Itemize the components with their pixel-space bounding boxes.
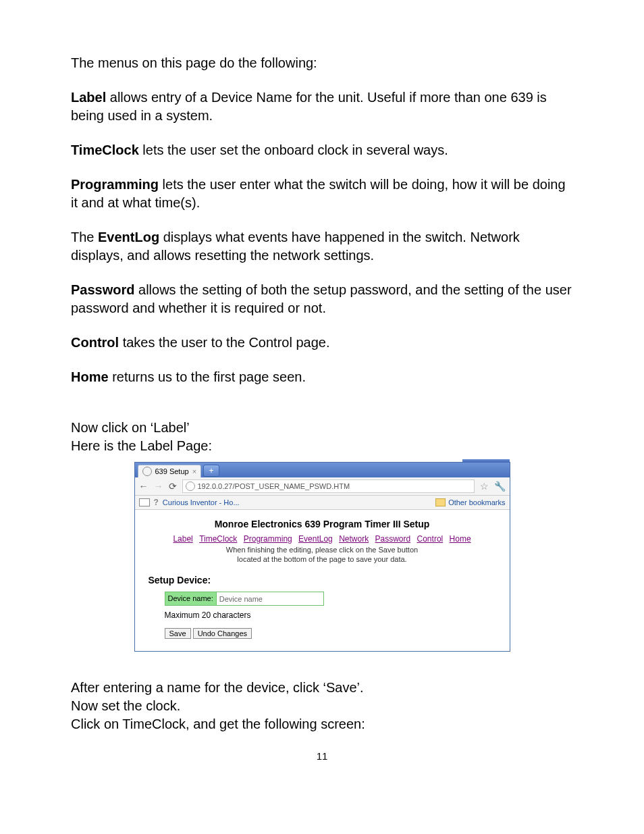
page-title: Monroe Electronics 639 Program Timer III…	[144, 518, 500, 531]
nav-eventlog[interactable]: EventLog	[298, 534, 333, 544]
bookmark-icon	[139, 498, 150, 506]
bookmarks-bar: ? Curious Inventor - Ho... Other bookmar…	[135, 496, 510, 510]
password-term: Password	[71, 282, 134, 297]
new-tab-button[interactable]: +	[203, 465, 219, 477]
section-heading: Setup Device:	[149, 574, 500, 587]
now-click-text: Now click on ‘Label’	[71, 419, 573, 437]
programming-paragraph: Programming lets the user enter what the…	[71, 176, 573, 212]
bookmark-link[interactable]: Curious Inventor - Ho...	[163, 498, 240, 508]
address-bar: ← → ⟳ 192.0.0.27/POST_USER_NAME_PSWD.HTM…	[135, 477, 510, 496]
question-icon: ?	[154, 497, 159, 508]
label-term: Label	[71, 90, 106, 105]
globe-icon	[186, 481, 195, 491]
device-name-row: Device name:	[165, 592, 500, 606]
tab-title: 639 Setup	[155, 467, 189, 477]
url-text: 192.0.0.27/POST_USER_NAME_PSWD.HTM	[198, 481, 350, 492]
tab-strip: 639 Setup × +	[135, 463, 510, 477]
after-text-3: Click on TimeClock, and get the followin…	[71, 715, 573, 733]
window-controls-decor	[462, 459, 510, 463]
nav-password[interactable]: Password	[375, 534, 411, 544]
star-icon[interactable]: ☆	[480, 480, 489, 493]
after-text-2: Now set the clock.	[71, 697, 573, 715]
control-desc: takes the user to the Control page.	[119, 335, 329, 350]
eventlog-pre: The	[71, 230, 98, 244]
other-bookmarks[interactable]: Other bookmarks	[448, 498, 505, 508]
browser-window: 639 Setup × + ← → ⟳ 192.0.0.27/POST_USER…	[134, 462, 510, 652]
password-desc: allows the setting of both the setup pas…	[71, 282, 572, 315]
nav-timeclock[interactable]: TimeClock	[199, 534, 237, 544]
sub-note: When finishing the editing, please click…	[144, 546, 500, 565]
close-icon[interactable]: ×	[192, 467, 196, 477]
nav-links: Label TimeClock Programming EventLog Net…	[144, 533, 500, 544]
intro-text: The menus on this page do the following:	[71, 54, 573, 72]
save-button[interactable]: Save	[165, 628, 191, 639]
control-term: Control	[71, 335, 119, 350]
password-paragraph: Password allows the setting of both the …	[71, 281, 573, 317]
timeclock-term: TimeClock	[71, 142, 139, 157]
home-term: Home	[71, 369, 109, 384]
wrench-icon[interactable]: 🔧	[494, 480, 506, 493]
home-desc: returns us to the first page seen.	[109, 369, 306, 384]
browser-tab[interactable]: 639 Setup ×	[138, 465, 202, 477]
device-name-label: Device name:	[165, 592, 217, 606]
device-name-input[interactable]	[217, 592, 324, 606]
undo-button[interactable]: Undo Changes	[193, 628, 252, 639]
timeclock-desc: lets the user set the onboard clock in s…	[139, 142, 448, 157]
page-number: 11	[71, 750, 573, 763]
back-icon[interactable]: ←	[139, 481, 149, 491]
timeclock-paragraph: TimeClock lets the user set the onboard …	[71, 141, 573, 159]
nav-label[interactable]: Label	[173, 534, 192, 544]
nav-network[interactable]: Network	[339, 534, 369, 544]
plus-icon: +	[209, 465, 214, 476]
nav-home[interactable]: Home	[450, 534, 471, 544]
folder-icon	[435, 498, 446, 506]
favicon-icon	[142, 467, 152, 476]
forward-icon[interactable]: →	[154, 481, 163, 491]
sub-note-line1: When finishing the editing, please click…	[226, 546, 418, 554]
after-text-1: After entering a name for the device, cl…	[71, 679, 573, 697]
home-paragraph: Home returns us to the first page seen.	[71, 368, 573, 386]
control-paragraph: Control takes the user to the Control pa…	[71, 334, 573, 352]
page-content: Monroe Electronics 639 Program Timer III…	[135, 510, 510, 651]
label-paragraph: Label allows entry of a Device Name for …	[71, 88, 573, 125]
eventlog-paragraph: The EventLog displays what events have h…	[71, 228, 573, 265]
reload-icon[interactable]: ⟳	[169, 481, 177, 491]
nav-control[interactable]: Control	[417, 534, 444, 544]
device-name-hint: Maximum 20 characters	[165, 610, 500, 621]
eventlog-term: EventLog	[98, 230, 159, 244]
url-input[interactable]: 192.0.0.27/POST_USER_NAME_PSWD.HTM	[182, 479, 475, 493]
label-desc: allows entry of a Device Name for the un…	[71, 90, 547, 123]
button-row: Save Undo Changes	[165, 628, 500, 639]
programming-term: Programming	[71, 177, 159, 192]
nav-programming[interactable]: Programming	[244, 534, 292, 544]
here-is-text: Here is the Label Page:	[71, 437, 573, 455]
sub-note-line2: located at the bottom of the page to sav…	[237, 555, 406, 563]
